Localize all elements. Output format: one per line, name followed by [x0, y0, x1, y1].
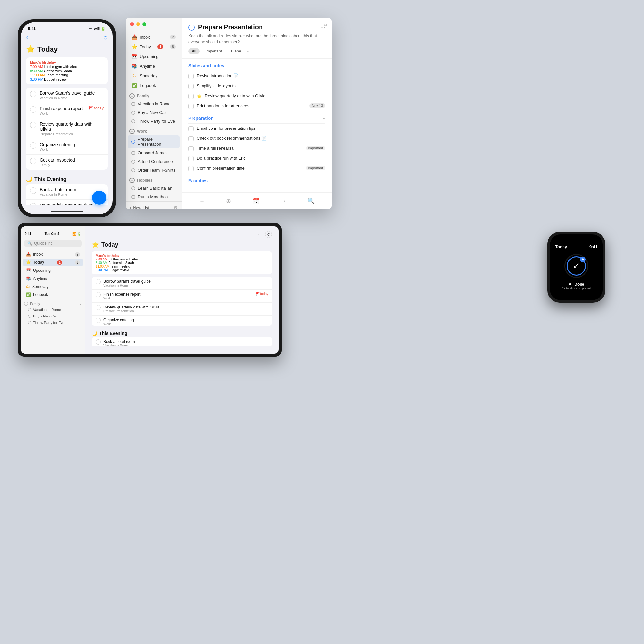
- ipad-detail-dots[interactable]: ···: [258, 232, 262, 237]
- sidebar-item-prepare-presentation[interactable]: Prepare Presentation: [128, 135, 180, 148]
- toolbar-search-btn[interactable]: 🔍: [305, 196, 317, 206]
- ipad-calendar-block: Marc's birthday 7:00 AM Hit the gym with…: [92, 251, 272, 274]
- section-dots-slides[interactable]: ···: [321, 63, 325, 68]
- filter-all[interactable]: All: [188, 48, 200, 54]
- toolbar-checklist-btn[interactable]: ⊕: [223, 196, 233, 206]
- ipad-logbook-icon: ✅: [26, 292, 31, 297]
- sidebar-item-run-marathon[interactable]: Run a Marathon: [128, 193, 180, 201]
- maximize-button[interactable]: [142, 22, 146, 26]
- sidebar-item-inbox[interactable]: 📥 Inbox 2: [128, 33, 180, 42]
- ipad-section-family: Family ⌄: [21, 299, 85, 307]
- ipad-nav-someday[interactable]: 🗂 Someday: [23, 283, 83, 290]
- evening-header: 🌙 This Evening: [26, 173, 108, 184]
- ipad-event-time-4: 3:30 PM: [96, 268, 109, 272]
- section-dots-prep[interactable]: ···: [321, 116, 325, 121]
- sidebar-item-throw-party[interactable]: Throw Party for Eve: [128, 117, 180, 125]
- task-name-borrow: Borrow Sarah's travel guide: [40, 90, 104, 96]
- task-checkbox-simplify[interactable]: [188, 84, 194, 89]
- ipad-buy-car[interactable]: Buy a New Car: [21, 313, 85, 319]
- ipad-family-chevron[interactable]: ⌄: [79, 301, 82, 306]
- window-copy-btn[interactable]: ⧉: [324, 22, 327, 28]
- sidebar-item-buy-car[interactable]: Buy a New Car: [128, 109, 180, 117]
- ipad-task-content-borrow: Borrow Sarah's travel guide Vacation in …: [103, 279, 151, 287]
- back-button[interactable]: ‹: [26, 33, 28, 42]
- watch-subtitle: 12 to-dos completed: [562, 287, 591, 290]
- ipad-today-badge: 8: [75, 260, 80, 265]
- ipad-task-content-hotel: Book a hotel room Vacation in Rome: [103, 339, 135, 347]
- task-checkbox-confirm[interactable]: [188, 166, 194, 171]
- ipad-checkbox-hotel[interactable]: [96, 339, 101, 345]
- filter-diane[interactable]: Diane: [228, 48, 244, 54]
- sidebar-item-attend-conference[interactable]: Attend Conference: [128, 157, 180, 166]
- task-checkbox-rehearsal[interactable]: [188, 146, 194, 151]
- event-time-1: 7:00 AM: [30, 65, 44, 69]
- ipad-screen: 9:41 Tue Oct 4 📶 🔋 🔍 Quick Find 📥 Inbox …: [21, 226, 279, 354]
- checkbox-car[interactable]: [30, 158, 36, 164]
- task-review-quarterly: ⭐ Review quarterly data with Olivia: [188, 91, 325, 101]
- task-checkbox-book[interactable]: [188, 136, 194, 141]
- add-button[interactable]: +: [92, 191, 106, 205]
- checkbox-catering[interactable]: [30, 142, 36, 149]
- filter-important[interactable]: Important: [202, 48, 225, 54]
- checkbox-borrow[interactable]: [30, 91, 36, 97]
- ipad-nav-logbook[interactable]: ✅ Logbook: [23, 291, 83, 298]
- task-checkbox-revise[interactable]: [188, 74, 194, 79]
- sidebar-item-upcoming[interactable]: 📅 Upcoming: [128, 52, 180, 61]
- ipad-throw-party[interactable]: Throw Party for Eve: [21, 319, 85, 326]
- ipad-vacation-rome[interactable]: Vacation in Rome: [21, 307, 85, 313]
- ipad-task-sub-catering: Work: [103, 322, 134, 326]
- task-name-expense: Finish expense report: [40, 106, 85, 111]
- ipad-birthday: Marc's birthday: [96, 254, 268, 258]
- checkbox-quarterly[interactable]: [30, 122, 36, 128]
- ipad-task-content-quarterly: Review quarterly data with Olivia Prepar…: [103, 305, 159, 313]
- ipad-search[interactable]: 🔍 Quick Find: [24, 240, 82, 247]
- sidebar-item-learn-italian[interactable]: Learn Basic Italian: [128, 184, 180, 192]
- home-bar: [51, 211, 83, 212]
- order-tshirts-label: Order Team T-Shirts: [138, 168, 175, 173]
- sidebar-item-logbook[interactable]: ✅ Logbook: [128, 81, 180, 90]
- task-checkbox-practice[interactable]: [188, 156, 194, 161]
- ipad-checkbox-expense[interactable]: [96, 292, 101, 297]
- sidebar-footer[interactable]: + New List ⚙: [126, 201, 182, 209]
- ipad-vacation-label: Vacation in Rome: [33, 308, 61, 312]
- ipad-task-sub-quarterly: Prepare Presentation: [103, 309, 159, 313]
- ipad-checkbox-quarterly[interactable]: [96, 305, 101, 310]
- filter-more-dots[interactable]: ···: [247, 49, 251, 54]
- logbook-icon: ✅: [131, 82, 137, 88]
- ipad-nav-inbox[interactable]: 📥 Inbox 2: [23, 251, 83, 258]
- task-label-rehearsal: Time a full rehearsal: [197, 146, 303, 151]
- checkbox-hotel[interactable]: [30, 187, 36, 194]
- sidebar-item-someday[interactable]: 🗂 Someday: [128, 71, 180, 80]
- task-checkbox-print[interactable]: [188, 104, 194, 109]
- minimize-button[interactable]: [136, 22, 140, 26]
- iphone-device: 9:41 ▪▪▪ wifi 🔋 ‹ ○ ⭐ Today Marc's birth…: [18, 19, 116, 217]
- ipad-checkbox-catering[interactable]: [96, 318, 101, 323]
- ipad-circle-check[interactable]: ○: [265, 231, 272, 238]
- sidebar-item-order-tshirts[interactable]: Order Team T-Shirts: [128, 166, 180, 174]
- section-dots-facilities[interactable]: ···: [321, 178, 325, 183]
- close-button[interactable]: [130, 22, 134, 26]
- ipad-vacation-icon: [28, 308, 31, 311]
- ipad-checkbox-borrow[interactable]: [96, 279, 101, 284]
- toolbar-move-btn[interactable]: →: [278, 196, 289, 206]
- sidebar-item-vacation-rome[interactable]: Vacation in Rome: [128, 100, 180, 108]
- toolbar-add-btn[interactable]: ＋: [196, 196, 207, 206]
- task-checkbox-email[interactable]: [188, 126, 194, 131]
- sidebar-item-anytime[interactable]: 📚 Anytime: [128, 62, 180, 71]
- task-label-confirm: Confirm presentation time: [197, 166, 303, 171]
- sidebar-item-today[interactable]: ⭐ Today 1 8: [128, 42, 180, 51]
- toolbar-calendar-btn[interactable]: 📅: [250, 196, 262, 206]
- sidebar-item-onboard-james[interactable]: Onboard James: [128, 149, 180, 157]
- ipad-nav-today[interactable]: ⭐ Today 1 8: [23, 259, 83, 266]
- checkbox-expense[interactable]: [30, 106, 36, 113]
- ipad-inbox-icon: 📥: [26, 252, 31, 257]
- settings-icon[interactable]: ⚙: [173, 205, 178, 209]
- ipad-nav-upcoming[interactable]: 📅 Upcoming: [23, 267, 83, 274]
- task-checkbox-review[interactable]: [188, 94, 194, 99]
- sidebar-label-someday: Someday: [140, 73, 157, 78]
- checkbox-nutrition[interactable]: [30, 203, 36, 205]
- ipad-nav-anytime[interactable]: 📚 Anytime: [23, 275, 83, 282]
- check-button[interactable]: ○: [103, 33, 108, 42]
- watch-plus-button[interactable]: +: [580, 257, 586, 262]
- ipad-task-borrow: Borrow Sarah's travel guide Vacation in …: [92, 277, 272, 290]
